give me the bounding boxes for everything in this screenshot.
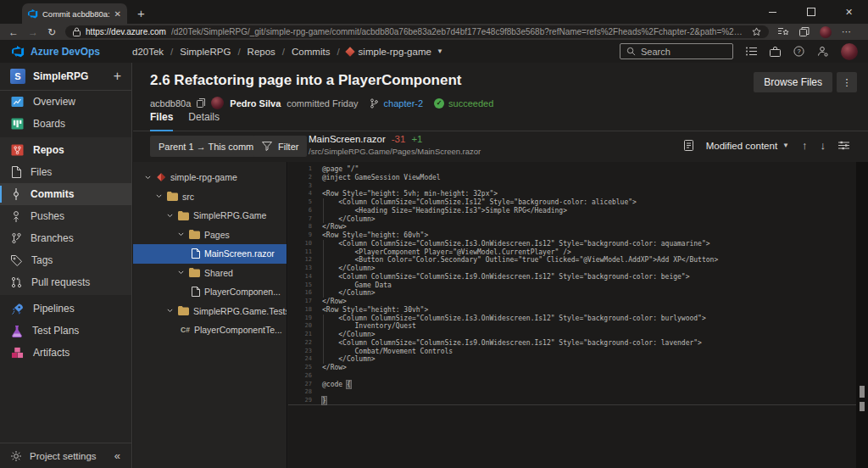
- breadcrumb-item-commits[interactable]: Commits: [292, 47, 330, 57]
- project-name: SimpleRPG: [33, 70, 106, 82]
- copy-icon[interactable]: [197, 98, 205, 108]
- tree-item-playercomponen-[interactable]: PlayerComponen...: [133, 282, 287, 302]
- tab-details[interactable]: Details: [188, 111, 220, 131]
- file-tree: simple-rpg-gamesrcSimpleRPG.GamePagesMai…: [133, 162, 287, 468]
- sidebar-item-overview[interactable]: Overview: [0, 91, 131, 113]
- view-mode-dropdown[interactable]: Modified content ▼: [706, 141, 789, 151]
- window-minimize-button[interactable]: [754, 0, 792, 24]
- help-icon[interactable]: ?: [793, 46, 804, 57]
- breadcrumb-separator: /: [237, 47, 240, 57]
- line-number: 3: [288, 182, 322, 191]
- task-list-icon[interactable]: [746, 47, 757, 56]
- search-input[interactable]: Search: [620, 43, 733, 59]
- diff-settings-icon[interactable]: [838, 141, 849, 150]
- user-avatar[interactable]: [841, 43, 858, 60]
- refresh-icon[interactable]: ↻: [47, 27, 56, 37]
- commits-icon: [11, 188, 21, 200]
- build-status[interactable]: ✓ succeeded: [434, 98, 493, 109]
- tab-close-icon[interactable]: ✕: [114, 9, 121, 19]
- tab-files[interactable]: Files: [150, 111, 173, 131]
- code-line: 10 <Column ColumnSize="ColumnSize.Is3.On…: [288, 240, 856, 248]
- tags-icon: [11, 255, 22, 266]
- chevron-down-icon: [144, 174, 152, 181]
- back-icon[interactable]: ←: [8, 27, 19, 37]
- project-header[interactable]: S SimpleRPG +: [0, 63, 131, 91]
- sidebar-nav-top: OverviewBoards: [0, 91, 131, 135]
- next-change-button[interactable]: ↓: [821, 139, 826, 152]
- browser-profile-avatar[interactable]: [820, 26, 832, 38]
- tree-item-simplerpg-game-tests-[interactable]: SimpleRPG.Game.Tests...: [133, 302, 287, 321]
- sidebar-item-boards[interactable]: Boards: [0, 113, 131, 135]
- sidebar-item-files[interactable]: Files: [0, 161, 131, 183]
- sidebar-item-pushes[interactable]: Pushes: [0, 205, 131, 227]
- address-bar[interactable]: https://dev.azure.com/d20Tek/SimpleRPG/_…: [65, 25, 769, 38]
- browser-tab[interactable]: Commit acbdb80a: 2.6 Refactori ✕: [22, 3, 127, 24]
- sidebar-item-artifacts[interactable]: Artifacts: [0, 342, 131, 364]
- tree-item-mainscreen-razor[interactable]: MainScreen.razor: [133, 244, 287, 264]
- favorites-bar-icon[interactable]: [778, 27, 789, 36]
- forward-icon[interactable]: →: [28, 27, 38, 37]
- collapse-sidebar-icon[interactable]: «: [114, 449, 120, 462]
- code-line: 8</Row>: [288, 223, 856, 231]
- tree-item-playercomponentte-[interactable]: C#PlayerComponentTe...: [133, 320, 287, 340]
- previous-change-button[interactable]: ↑: [802, 139, 808, 152]
- commit-header: 2.6 Refactoring page into a PlayerCompon…: [133, 63, 868, 131]
- code-line: 17</Row>: [288, 298, 856, 306]
- tree-item-shared[interactable]: Shared: [133, 264, 287, 283]
- sidebar-item-tags[interactable]: Tags: [0, 249, 131, 271]
- sidebar-item-test-plans[interactable]: Test Plans: [0, 320, 131, 342]
- window-controls: ✕: [754, 0, 868, 24]
- branch-link[interactable]: chapter-2: [384, 98, 423, 109]
- new-tab-button[interactable]: +: [137, 7, 145, 20]
- window-maximize-button[interactable]: [792, 0, 830, 24]
- code-text: <Column ColumnSize="ColumnSize.Is3.OnWid…: [322, 240, 710, 248]
- code-text: </Row>: [322, 223, 347, 231]
- line-number: 9: [288, 231, 322, 240]
- add-project-item-button[interactable]: +: [114, 70, 121, 83]
- project-settings[interactable]: Project settings «: [0, 443, 131, 468]
- code-text: Game Data: [322, 281, 392, 290]
- breadcrumb-item-repos[interactable]: Repos: [248, 47, 275, 57]
- breadcrumb-item-simplerpg[interactable]: SimpleRPG: [180, 47, 231, 57]
- favorites-star-icon[interactable]: [752, 27, 761, 36]
- tree-item-pages[interactable]: Pages: [133, 226, 287, 245]
- breadcrumb-item-d20tek[interactable]: d20Tek: [132, 47, 164, 57]
- sidebar-item-pipelines[interactable]: Pipelines: [0, 298, 131, 320]
- breadcrumb-repo-selector[interactable]: simple-rpg-game ▼: [347, 47, 443, 57]
- collections-icon[interactable]: [799, 27, 810, 36]
- line-number: 24: [288, 355, 322, 364]
- tree-item-simple-rpg-game[interactable]: simple-rpg-game: [133, 168, 287, 187]
- code-line: 3: [288, 182, 856, 191]
- gear-icon: [11, 451, 21, 461]
- scrollbar-thumb[interactable]: [860, 386, 865, 398]
- devops-logo[interactable]: Azure DevOps: [0, 45, 132, 58]
- filter-button[interactable]: Filter: [253, 136, 307, 157]
- code-text: <PlayerComponent Player="@ViewModel.Curr…: [322, 248, 571, 257]
- sidebar-item-repos[interactable]: Repos: [0, 139, 131, 161]
- more-actions-button[interactable]: ⋮: [837, 72, 857, 92]
- sidebar-item-branches[interactable]: Branches: [0, 227, 131, 249]
- pipelines-icon: [11, 303, 24, 315]
- browser-menu-icon[interactable]: ⋯: [842, 26, 852, 37]
- browse-files-button[interactable]: Browse Files: [754, 72, 832, 92]
- sidebar-item-label: Branches: [31, 232, 74, 244]
- scrollbar-thumb[interactable]: [860, 402, 865, 411]
- file-info: MainScreen.razor -31 +1 /src/SimpleRPG.G…: [309, 134, 481, 156]
- sidebar-item-pull-requests[interactable]: Pull requests: [0, 271, 131, 293]
- tree-item-simplerpg-game[interactable]: SimpleRPG.Game: [133, 206, 287, 226]
- code-line: 24 </Column>: [288, 355, 856, 364]
- user-settings-icon[interactable]: [817, 46, 828, 57]
- browser-tab-bar: Commit acbdb80a: 2.6 Refactori ✕ + ✕: [0, 0, 868, 24]
- breadcrumb-separator: /: [282, 47, 285, 57]
- sidebar-item-commits[interactable]: Commits: [0, 183, 131, 205]
- check-icon: ✓: [434, 98, 444, 109]
- tree-item-src[interactable]: src: [133, 187, 287, 207]
- repo-diamond-icon: [345, 47, 354, 56]
- azure-devops-logo-icon: [12, 45, 25, 58]
- marketplace-bag-icon[interactable]: [770, 47, 781, 57]
- browser-window: Commit acbdb80a: 2.6 Refactori ✕ + ✕ ← →…: [0, 0, 868, 468]
- document-icon: [684, 140, 693, 151]
- line-number: 21: [288, 331, 322, 339]
- window-close-button[interactable]: ✕: [830, 0, 868, 24]
- tree-item-label: Shared: [204, 268, 233, 278]
